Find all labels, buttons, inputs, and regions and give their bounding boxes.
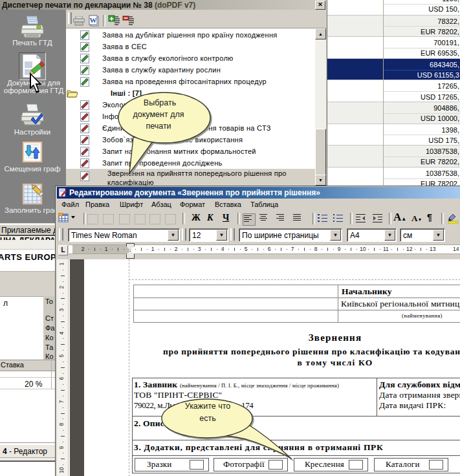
svg-text:W: W <box>90 16 97 24</box>
